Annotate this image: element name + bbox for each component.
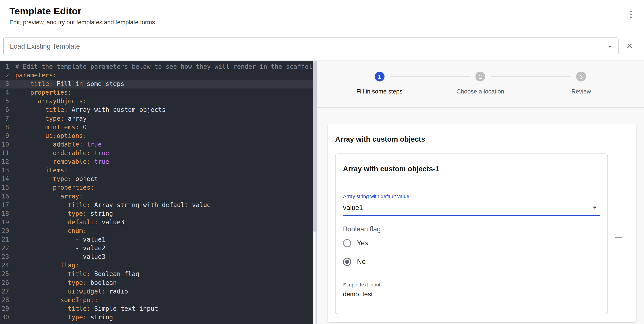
line-number: 15 [0,183,15,192]
line-number: 19 [0,218,15,227]
code-line[interactable]: 24 flag: [0,261,314,270]
line-number: 6 [0,106,15,115]
header-text: Template Editor Edit, preview, and try o… [10,5,155,26]
line-number: 28 [0,296,15,304]
code-text: title: Array string with default value [15,201,211,209]
code-line[interactable]: 18 type: string [0,209,314,218]
code-line[interactable]: 25 title: Boolean flag [0,270,314,279]
kebab-menu-button[interactable] [628,8,634,21]
code-text: default: value3 [15,218,124,227]
line-number: 23 [0,253,15,261]
code-area[interactable]: 1# Edit the template parameters below to… [0,61,314,324]
code-line[interactable]: 3 - title: Fill in some steps [0,80,314,88]
code-line[interactable]: 29 title: Simple text input [0,304,314,313]
code-text: array: [15,192,83,201]
code-text: title: Array with custom objects [15,106,166,115]
code-line[interactable]: 16 array: [0,192,314,201]
line-number: 7 [0,115,15,123]
code-line[interactable]: 4 properties: [0,88,314,97]
load-template-bar: Load Existing Template ✕ [0,32,644,61]
page-header: Template Editor Edit, preview, and try o… [0,0,644,32]
line-number: 20 [0,227,15,235]
page-title: Template Editor [10,5,155,17]
step-connector [390,77,470,77]
step-2-label: Choose a location [456,88,504,95]
code-line[interactable]: 10 addable: true [0,140,314,149]
template-editor-page: Template Editor Edit, preview, and try o… [0,0,644,324]
code-text: ui:options: [15,132,87,140]
code-line[interactable]: 5 arrayObjects: [0,97,314,106]
code-line[interactable]: 6 title: Array with custom objects [0,106,314,115]
code-text: parameters: [15,71,56,80]
code-text: removable: true [15,158,109,166]
code-line[interactable]: 1# Edit the template parameters below to… [0,63,314,71]
code-text: ui:widget: radio [15,287,128,296]
code-line[interactable]: 12 removable: true [0,158,314,166]
editor-scrollbar-track[interactable] [314,61,317,324]
item-actions [608,154,629,314]
code-text: type: string [15,209,113,218]
code-text: addable: true [15,140,102,149]
code-line[interactable]: 13 items: [0,166,314,175]
line-number: 30 [0,313,15,322]
line-number: 11 [0,149,15,158]
code-text: properties: [15,183,94,192]
code-text: - value1 [15,235,106,244]
editor-scrollbar-thumb[interactable] [314,61,317,232]
code-editor[interactable]: 1# Edit the template parameters below to… [0,61,317,324]
simple-text-input[interactable] [343,289,600,302]
code-text: - value2 [15,244,106,253]
code-line[interactable]: 7 type: array [0,115,314,123]
code-line[interactable]: 23 - value3 [0,253,314,261]
line-number: 26 [0,279,15,287]
step-connector [491,77,570,77]
close-icon: ✕ [626,42,633,50]
code-text: # Edit the template parameters below to … [15,63,314,71]
step-choose-a-location[interactable]: 2 Choose a location [430,72,531,107]
code-line[interactable]: 28 someInput: [0,296,314,304]
line-number: 25 [0,270,15,279]
form-preview-area: Array with custom objects Array with cus… [317,108,644,324]
code-line[interactable]: 17 title: Array string with default valu… [0,201,314,209]
code-line[interactable]: 9 ui:options: [0,132,314,140]
step-review[interactable]: 3 Review [531,72,632,107]
line-number: 14 [0,175,15,183]
line-number: 17 [0,201,15,209]
preview-panel: 1 Fill in some steps 2 Choose a location… [317,61,644,324]
code-line[interactable]: 21 - value1 [0,235,314,244]
remove-item-button[interactable] [612,231,624,244]
code-text: title: Simple text input [15,304,158,313]
code-text: enum: [15,227,87,235]
close-button[interactable]: ✕ [626,41,634,51]
radio-option-no[interactable]: No [343,252,600,271]
load-existing-template-select[interactable]: Load Existing Template [3,37,618,55]
code-line[interactable]: 20 enum: [0,227,314,235]
radio-label: Yes [357,239,368,247]
code-line[interactable]: 14 type: object [0,175,314,183]
code-text: someInput: [15,296,98,304]
code-line[interactable]: 22 - value2 [0,244,314,253]
code-line[interactable]: 26 type: boolean [0,279,314,287]
code-line[interactable]: 8 minItems: 0 [0,123,314,132]
step-fill-in-some-steps[interactable]: 1 Fill in some steps [329,72,430,107]
code-line[interactable]: 30 type: string [0,313,314,322]
radio-checked-icon [343,257,351,266]
line-number: 8 [0,123,15,132]
code-text: type: boolean [15,279,117,287]
form-card: Array with custom objects Array with cus… [328,124,636,322]
radio-option-yes[interactable]: Yes [343,234,600,252]
line-number: 1 [0,63,15,71]
code-line[interactable]: 11 orderable: true [0,149,314,158]
code-text: - title: Fill in some steps [15,80,124,88]
select-value: value1 [343,204,363,211]
code-text: type: object [15,175,98,183]
code-text: items: [15,166,68,175]
code-line[interactable]: 19 default: value3 [0,218,314,227]
line-number: 5 [0,97,15,106]
array-string-select[interactable]: value1 [343,200,600,216]
line-number: 16 [0,192,15,201]
code-line[interactable]: 27 ui:widget: radio [0,287,314,296]
code-line[interactable]: 2parameters: [0,71,314,80]
code-line[interactable]: 15 properties: [0,183,314,192]
text-field-label: Simple text input [343,281,600,288]
